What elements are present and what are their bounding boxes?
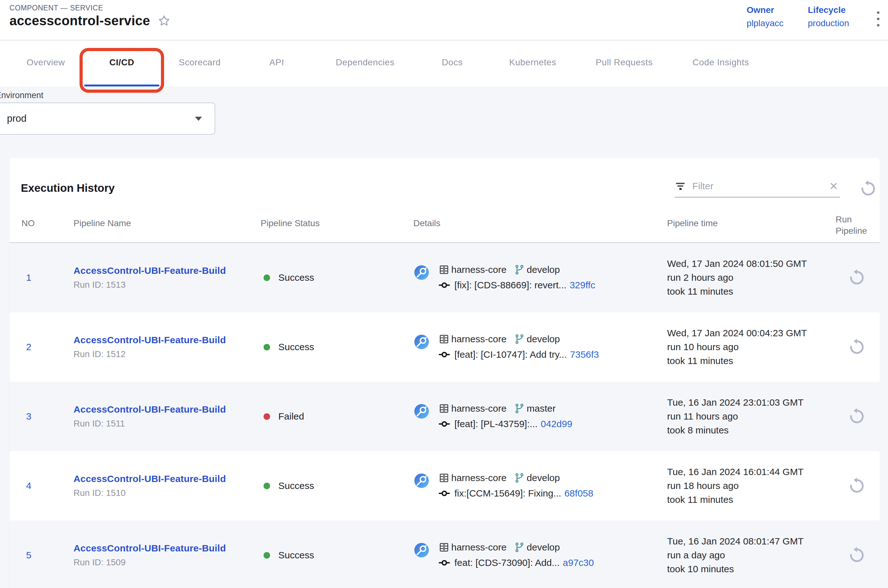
row-number: 3 xyxy=(19,411,39,422)
repository-icon xyxy=(439,403,449,414)
branch-name: develop xyxy=(527,334,560,345)
row-number: 1 xyxy=(19,272,39,283)
git-branch-icon xyxy=(514,334,525,345)
commit-message: fix:[CCM-15649]: Fixing... xyxy=(454,488,561,499)
col-pipeline-time: Pipeline time xyxy=(667,218,718,228)
commit-message: [fix]: [CDS-88669]: revert... xyxy=(454,280,566,291)
status-label: Success xyxy=(278,342,314,352)
pipeline-name-link[interactable]: AccessControl-UBI-Feature-Build xyxy=(74,335,226,345)
table-row: 2 AccessControl-UBI-Feature-Build Run ID… xyxy=(9,312,880,382)
refresh-icon[interactable] xyxy=(859,180,877,198)
row-number: 2 xyxy=(19,342,39,352)
repository-icon xyxy=(439,334,449,345)
time-duration: took 11 minutes xyxy=(667,493,804,507)
tab-pull-requests[interactable]: Pull Requests xyxy=(596,57,653,68)
tab-code-insights[interactable]: Code Insights xyxy=(692,57,749,68)
execution-history-card: Execution History ✕ NO Pipeline Name Pip… xyxy=(9,158,880,588)
tab-bar: Overview CI/CD Scorecard API Dependencie… xyxy=(0,41,888,86)
time-relative: run 10 hours ago xyxy=(667,340,807,354)
lifecycle-label: Lifecycle xyxy=(808,3,849,17)
status-dot xyxy=(263,274,270,281)
time-duration: took 10 minutes xyxy=(667,562,804,576)
tab-dependencies[interactable]: Dependencies xyxy=(336,57,394,68)
clear-filter-icon[interactable]: ✕ xyxy=(827,181,840,192)
lifecycle-value: production xyxy=(808,17,849,30)
commit-message: feat: [CDS-73090]: Add... xyxy=(454,557,560,568)
status-label: Failed xyxy=(278,411,304,422)
commit-sha-link[interactable]: a97c30 xyxy=(563,557,594,568)
filter-field: ✕ xyxy=(675,180,840,198)
branch-name: develop xyxy=(527,472,560,483)
run-id: Run ID: 1509 xyxy=(74,557,226,567)
status-dot xyxy=(263,483,270,489)
time-gmt: Tue, 16 Jan 2024 08:01:47 GMT xyxy=(667,534,804,548)
status-label: Success xyxy=(278,480,314,491)
branch-name: master xyxy=(527,403,556,414)
row-number: 4 xyxy=(19,480,39,491)
col-pipeline-status: Pipeline Status xyxy=(261,218,320,228)
git-commit-icon xyxy=(439,557,450,568)
pipeline-name-link[interactable]: AccessControl-UBI-Feature-Build xyxy=(74,265,226,276)
status-label: Success xyxy=(278,272,314,283)
pipeline-name-link[interactable]: AccessControl-UBI-Feature-Build xyxy=(74,474,226,484)
commit-sha-link[interactable]: 7356f3 xyxy=(570,349,599,360)
time-gmt: Tue, 16 Jan 2024 23:01:03 GMT xyxy=(667,396,804,410)
repo-name: harness-core xyxy=(451,403,506,414)
time-duration: took 8 minutes xyxy=(667,423,804,437)
row-number: 5 xyxy=(19,550,39,561)
table-row: 1 AccessControl-UBI-Feature-Build Run ID… xyxy=(9,243,880,312)
status-dot xyxy=(263,413,270,420)
tab-docs[interactable]: Docs xyxy=(442,57,463,68)
tab-api[interactable]: API xyxy=(269,57,284,68)
repo-name: harness-core xyxy=(451,472,506,483)
tab-kubernetes[interactable]: Kubernetes xyxy=(509,57,556,68)
environment-select[interactable]: prod xyxy=(0,102,215,135)
favorite-star-icon[interactable] xyxy=(158,14,171,27)
table-row: 5 AccessControl-UBI-Feature-Build Run ID… xyxy=(9,520,880,588)
ci-module-icon xyxy=(414,334,429,350)
commit-sha-link[interactable]: 042d99 xyxy=(541,418,572,429)
status-dot xyxy=(263,552,270,559)
git-branch-icon xyxy=(514,472,525,483)
branch-name: develop xyxy=(527,542,560,553)
run-id: Run ID: 1510 xyxy=(74,488,226,498)
col-run-pipeline: Run Pipeline xyxy=(835,214,883,237)
commit-sha-link[interactable]: 68f058 xyxy=(564,488,593,499)
entity-kicker: COMPONENT — SERVICE xyxy=(9,4,103,12)
pipeline-name-link[interactable]: AccessControl-UBI-Feature-Build xyxy=(74,404,226,415)
time-relative: run 11 hours ago xyxy=(667,410,804,423)
col-no: NO xyxy=(21,218,35,228)
col-pipeline-name: Pipeline Name xyxy=(74,218,131,228)
environment-label: Environment xyxy=(0,90,44,100)
time-duration: took 11 minutes xyxy=(667,285,807,298)
pipeline-name-link[interactable]: AccessControl-UBI-Feature-Build xyxy=(74,543,226,554)
tab-scorecard[interactable]: Scorecard xyxy=(179,57,221,68)
repository-icon xyxy=(439,264,449,275)
run-pipeline-button[interactable] xyxy=(847,269,865,286)
owner-link[interactable]: plplayacc xyxy=(747,17,784,30)
commit-message: [feat]: [PL-43759]:... xyxy=(454,418,538,429)
run-pipeline-button[interactable] xyxy=(847,546,865,564)
table-header: NO Pipeline Name Pipeline Status Details… xyxy=(9,214,880,243)
run-id: Run ID: 1512 xyxy=(74,349,226,359)
table-row: 3 AccessControl-UBI-Feature-Build Run ID… xyxy=(9,382,880,451)
commit-message: [feat]: [CI-10747]: Add try... xyxy=(454,349,567,360)
git-commit-icon xyxy=(439,349,450,360)
tab-overview[interactable]: Overview xyxy=(27,57,65,68)
filter-input[interactable] xyxy=(692,181,821,192)
commit-sha-link[interactable]: 329ffc xyxy=(569,280,595,291)
git-commit-icon xyxy=(439,279,450,291)
more-options-kebab-icon[interactable] xyxy=(873,9,883,29)
run-pipeline-button[interactable] xyxy=(847,338,865,356)
run-pipeline-button[interactable] xyxy=(847,408,865,425)
git-branch-icon xyxy=(514,542,525,553)
active-tab-underline xyxy=(84,84,159,86)
tab-cicd[interactable]: CI/CD xyxy=(109,57,134,68)
repository-icon xyxy=(439,472,449,483)
time-gmt: Wed, 17 Jan 2024 08:01:50 GMT xyxy=(667,257,807,271)
page-header: COMPONENT — SERVICE accesscontrol-servic… xyxy=(0,0,888,40)
filter-icon xyxy=(675,180,686,192)
run-pipeline-button[interactable] xyxy=(847,477,865,495)
table-body: 1 AccessControl-UBI-Feature-Build Run ID… xyxy=(9,243,880,588)
status-dot xyxy=(263,344,270,351)
